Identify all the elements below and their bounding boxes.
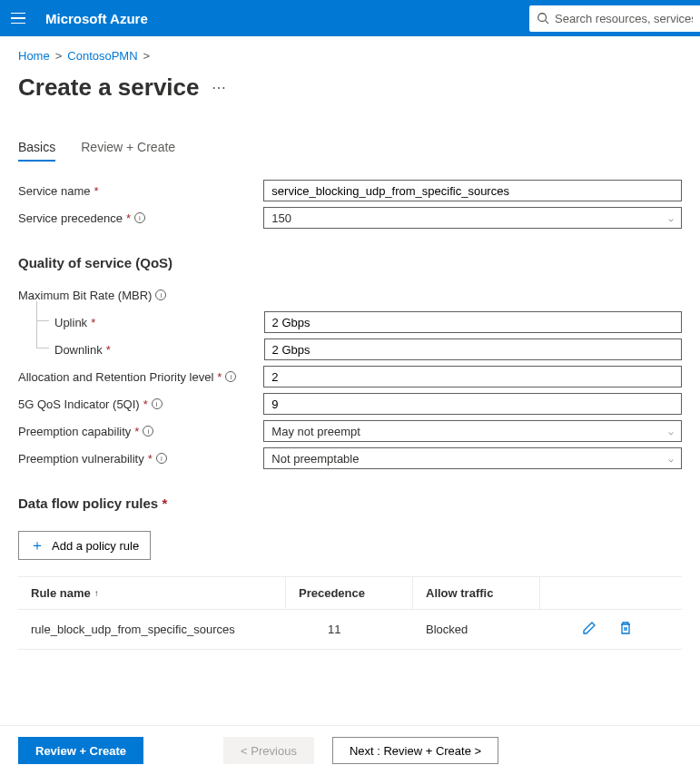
qos-section-header: Quality of service (QoS) (18, 255, 682, 270)
previous-button: < Previous (223, 737, 314, 764)
add-policy-rule-button[interactable]: ＋Add a policy rule (18, 531, 151, 560)
more-actions-icon[interactable]: ⋯ (212, 79, 227, 96)
required-indicator: * (94, 184, 98, 198)
svg-point-0 (538, 14, 547, 22)
table-row: rule_block_udp_from_specific_sources 11 … (18, 610, 682, 650)
required-indicator: * (134, 425, 139, 438)
required-indicator: * (126, 211, 131, 225)
tab-review-create[interactable]: Review + Create (81, 140, 175, 162)
info-icon[interactable]: i (156, 453, 167, 464)
chevron-down-icon: ⌵ (668, 213, 674, 223)
sort-asc-icon: ↑ (94, 588, 99, 598)
preemption-capability-label: Preemption capability (18, 425, 131, 438)
page-title: Create a service (18, 74, 199, 102)
top-bar: Microsoft Azure (0, 0, 700, 36)
review-create-button[interactable]: Review + Create (18, 737, 143, 764)
arp-input[interactable] (263, 366, 682, 388)
next-button[interactable]: Next : Review + Create > (332, 737, 498, 764)
brand-label: Microsoft Azure (45, 11, 148, 26)
col-rule-name[interactable]: Rule name ↑ (18, 577, 286, 609)
breadcrumb: Home > ContosoPMN > (18, 49, 682, 63)
arp-label: Allocation and Retention Priority level (18, 370, 213, 384)
service-name-label: Service name (18, 184, 90, 198)
service-precedence-select[interactable]: 150⌵ (263, 207, 682, 229)
col-allow-traffic[interactable]: Allow traffic (413, 577, 540, 609)
downlink-label: Downlink (54, 343, 103, 357)
preemption-vulnerability-value: Not preemptable (271, 452, 359, 466)
required-indicator: * (106, 343, 111, 357)
tabs: Basics Review + Create (18, 140, 682, 162)
footer-bar: Review + Create < Previous Next : Review… (0, 725, 700, 775)
preemption-vulnerability-select[interactable]: Not preemptable⌵ (263, 447, 682, 469)
policy-rules-table: Rule name ↑ Precedence Allow traffic rul… (18, 576, 682, 650)
qi-input[interactable] (263, 393, 682, 415)
chevron-down-icon: ⌵ (668, 454, 674, 464)
cell-allow: Blocked (413, 623, 540, 636)
mbr-label: Maximum Bit Rate (MBR) (18, 289, 152, 302)
svg-line-1 (546, 21, 549, 25)
info-icon[interactable]: i (152, 398, 163, 409)
service-precedence-label: Service precedence (18, 211, 123, 225)
cell-rule-name: rule_block_udp_from_specific_sources (18, 623, 286, 636)
col-precedence[interactable]: Precedence (286, 577, 413, 609)
add-rule-label: Add a policy rule (52, 539, 139, 553)
qi-label: 5G QoS Indicator (5QI) (18, 397, 140, 411)
info-icon[interactable]: i (134, 212, 145, 223)
preemption-capability-value: May not preempt (271, 425, 360, 438)
hamburger-menu-icon[interactable] (7, 7, 29, 29)
required-indicator: * (217, 370, 222, 384)
global-search[interactable] (529, 5, 700, 32)
required-indicator: * (148, 452, 153, 466)
delete-icon[interactable] (618, 621, 633, 638)
search-input[interactable] (555, 12, 693, 25)
col-actions (540, 577, 682, 609)
required-indicator: * (143, 397, 148, 411)
chevron-right-icon: > (55, 49, 63, 63)
required-indicator: * (162, 495, 167, 511)
breadcrumb-contosopmn[interactable]: ContosoPMN (67, 49, 137, 63)
service-name-input[interactable] (263, 180, 682, 201)
chevron-right-icon: > (143, 49, 151, 63)
tab-basics[interactable]: Basics (18, 140, 55, 162)
dataflow-section-header: Data flow policy rules * (18, 495, 682, 511)
preemption-capability-select[interactable]: May not preempt⌵ (263, 420, 682, 442)
plus-icon: ＋ (30, 536, 44, 555)
service-precedence-value: 150 (271, 211, 291, 225)
info-icon[interactable]: i (143, 426, 153, 437)
breadcrumb-home[interactable]: Home (18, 49, 50, 63)
info-icon[interactable]: i (225, 371, 236, 382)
cell-precedence: 11 (286, 623, 413, 636)
info-icon[interactable]: i (155, 289, 166, 300)
required-indicator: * (91, 316, 95, 329)
uplink-input[interactable] (264, 311, 682, 333)
search-icon (537, 12, 549, 25)
chevron-down-icon: ⌵ (668, 427, 674, 437)
preemption-vulnerability-label: Preemption vulnerability (18, 452, 144, 466)
downlink-input[interactable] (264, 338, 682, 360)
edit-icon[interactable] (582, 621, 596, 638)
uplink-label: Uplink (54, 316, 87, 329)
